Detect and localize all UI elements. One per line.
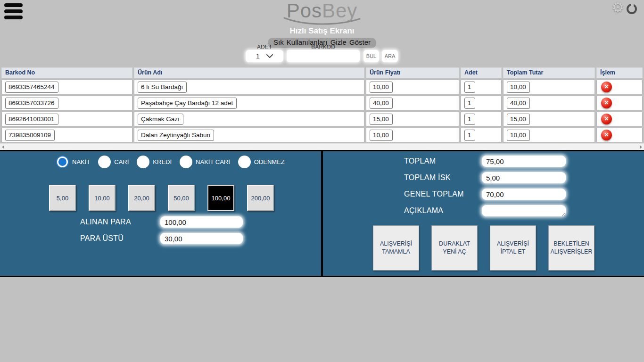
para-ustu-input[interactable]	[160, 233, 243, 244]
denom-button-50[interactable]: 50,00	[168, 185, 195, 211]
button-line: BEKLETİLEN	[553, 240, 589, 248]
table-header-row: Barkod No Ürün Adı Ürün Fiyatı Adet Topl…	[1, 67, 643, 78]
para-ustu-label: PARA ÜSTÜ	[80, 234, 160, 243]
para-ustu-row: PARA ÜSTÜ	[80, 233, 243, 244]
payment-option-label: ODENMEZ	[254, 158, 285, 165]
denomination-buttons: 5,00 10,00 20,00 50,00 100,00 200,00	[49, 185, 274, 211]
fiyat-cell-input[interactable]: 40,00	[370, 98, 393, 109]
payment-option-kredi[interactable]: KREDİ	[137, 156, 172, 168]
urun-adi-cell-input[interactable]: Çakmak Gazı	[138, 114, 183, 125]
quantity-select[interactable]: 1	[246, 50, 283, 62]
payment-option-nakit-cari[interactable]: NAKİT CARİ	[180, 156, 230, 168]
radio-icon[interactable]	[137, 156, 149, 168]
barkod-label: BARKOD	[287, 44, 360, 50]
logo-text-bey: Bey	[322, 0, 357, 22]
denom-button-5[interactable]: 5,00	[49, 185, 76, 211]
toplam-isk-row: TOPLAM İSK	[404, 172, 566, 183]
logo-text-pos: Pos	[287, 0, 322, 22]
payment-option-odenmez[interactable]: ODENMEZ	[238, 156, 285, 168]
button-line: TAMAMLA	[382, 248, 410, 256]
fiyat-cell-input[interactable]: 10,00	[370, 130, 393, 141]
genel-toplam-label: GENEL TOPLAM	[404, 189, 482, 198]
payment-option-nakit[interactable]: NAKİT	[56, 156, 90, 168]
delete-row-icon[interactable]: ✕	[601, 82, 612, 92]
adet-cell-input[interactable]: 1	[464, 98, 475, 109]
toplam-cell-input[interactable]: 10,00	[507, 82, 530, 93]
toplam-isk-label: TOPLAM İSK	[404, 172, 482, 182]
delete-row-icon[interactable]: ✕	[601, 98, 612, 108]
radio-icon[interactable]	[238, 156, 251, 168]
adet-cell-input[interactable]: 1	[464, 82, 475, 93]
barkod-cell-input[interactable]: 739835009109	[5, 130, 55, 141]
payment-panel: NAKİT CARİ KREDİ NAKİT CARİ ODENMEZ 5,00…	[0, 150, 644, 277]
toplam-cell-input[interactable]: 40,00	[507, 98, 530, 109]
col-urun-adi: Ürün Adı	[134, 67, 364, 78]
barkod-cell-input[interactable]: 8692641003001	[5, 114, 58, 125]
col-islem: İşlem	[596, 67, 643, 78]
button-line: ALIŞVERİŞLER	[551, 248, 593, 256]
genel-toplam-input[interactable]	[482, 189, 566, 200]
payment-option-label: KREDİ	[153, 158, 172, 165]
button-line: İPTAL ET	[501, 248, 526, 256]
adet-cell-input[interactable]: 1	[464, 114, 475, 125]
delete-row-icon[interactable]: ✕	[601, 130, 612, 140]
payment-panel-left: NAKİT CARİ KREDİ NAKİT CARİ ODENMEZ 5,00…	[0, 151, 321, 276]
delete-row-icon[interactable]: ✕	[601, 114, 612, 124]
scroll-right-arrow-icon[interactable]	[640, 145, 642, 149]
radio-selected-icon[interactable]	[56, 156, 69, 168]
alinan-para-row: ALINAN PARA	[80, 216, 243, 228]
sales-table: Barkod No Ürün Adı Ürün Fiyatı Adet Topl…	[0, 66, 644, 144]
adet-cell-input[interactable]: 1	[464, 130, 475, 141]
aciklama-label: AÇIKLAMA	[404, 205, 482, 215]
alisverisi-iptal-et-button[interactable]: ALIŞVERİŞİ İPTAL ET	[490, 225, 536, 271]
radio-icon[interactable]	[180, 156, 192, 168]
denom-button-20[interactable]: 20,00	[128, 185, 155, 211]
bekletilen-alisverisler-button[interactable]: BEKLETİLEN ALIŞVERİŞLER	[548, 225, 594, 271]
fiyat-cell-input[interactable]: 10,00	[370, 82, 393, 93]
fiyat-cell-input[interactable]: 15,00	[370, 114, 393, 125]
payment-option-cari[interactable]: CARİ	[98, 156, 129, 168]
denom-button-200[interactable]: 200,00	[247, 185, 274, 211]
button-line: ALIŞVERİŞİ	[497, 240, 529, 248]
header: PosBey Hızlı Satış Ekranı Sık Kullanılan…	[0, 0, 644, 48]
genel-toplam-row: GENEL TOPLAM	[404, 189, 566, 200]
ara-button[interactable]: ARA	[382, 50, 398, 62]
payment-option-label: NAKİT CARİ	[196, 158, 230, 165]
scroll-left-arrow-icon[interactable]	[2, 145, 4, 149]
toplam-row: TOPLAM	[404, 156, 566, 167]
duraklat-yeni-ac-button[interactable]: DURAKLAT YENİ AÇ	[431, 225, 478, 271]
urun-adi-cell-input[interactable]: 6 lı Su Bardağı	[138, 82, 187, 93]
toplam-cell-input[interactable]: 15,00	[507, 114, 530, 125]
alinan-para-input[interactable]	[160, 216, 243, 228]
aciklama-row: AÇIKLAMA	[404, 205, 566, 216]
denom-button-100-selected[interactable]: 100,00	[207, 185, 234, 211]
bul-button[interactable]: BUL	[363, 50, 379, 62]
table-row: 8693357465244 6 lı Su Bardağı 10,00 1 10…	[1, 80, 643, 94]
button-line: DURAKLAT	[439, 240, 470, 248]
barkod-cell-input[interactable]: 8693357033726	[5, 98, 58, 109]
denom-button-10[interactable]: 10,00	[89, 185, 116, 211]
adet-label: ADET	[246, 44, 283, 50]
table-horizontal-scrollbar[interactable]	[0, 143, 644, 150]
payment-option-label: CARİ	[114, 158, 129, 165]
toplam-input[interactable]	[482, 156, 566, 167]
barkod-cell-input[interactable]: 8693357465244	[5, 82, 58, 93]
col-toplam-tutar: Toplam Tutar	[503, 67, 595, 78]
posbey-logo: PosBey	[281, 1, 363, 25]
barcode-input[interactable]	[287, 50, 360, 62]
toplam-isk-input[interactable]	[482, 172, 566, 183]
alinan-para-label: ALINAN PARA	[80, 218, 160, 226]
payment-option-label: NAKİT	[72, 158, 90, 165]
page-title: Hızlı Satış Ekranı	[0, 26, 644, 36]
aciklama-textarea[interactable]	[482, 205, 566, 216]
toplam-cell-input[interactable]: 10,00	[507, 130, 530, 141]
alisverisi-tamamla-button[interactable]: ALIŞVERİŞİ TAMAMLA	[373, 225, 419, 271]
urun-adi-cell-input[interactable]: Dalan Zeytinyağlı Sabun	[138, 130, 214, 141]
toplam-label: TOPLAM	[404, 156, 482, 165]
button-line: ALIŞVERİŞİ	[380, 240, 412, 248]
col-barkod-no: Barkod No	[1, 67, 132, 78]
radio-icon[interactable]	[98, 156, 111, 168]
action-buttons: ALIŞVERİŞİ TAMAMLA DURAKLAT YENİ AÇ ALIŞ…	[373, 225, 594, 271]
urun-adi-cell-input[interactable]: Paşabahçe Çay Bardağı 12 adet	[138, 98, 237, 109]
quantity-select-value: 1	[256, 52, 260, 60]
